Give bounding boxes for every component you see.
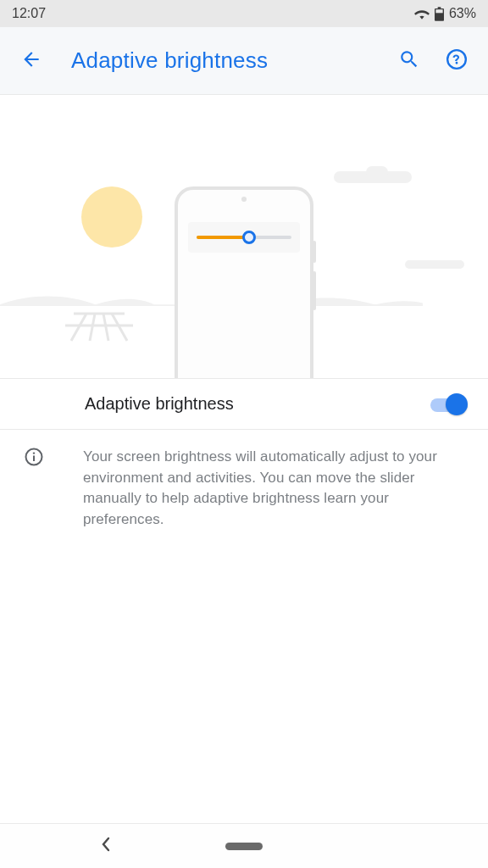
navigation-bar bbox=[0, 824, 488, 868]
svg-point-11 bbox=[33, 452, 35, 453]
sun-icon bbox=[81, 186, 142, 248]
cloud-icon bbox=[405, 260, 464, 269]
status-time: 12:07 bbox=[12, 6, 46, 21]
app-bar: Adaptive brightness bbox=[0, 27, 488, 95]
info-row: Your screen brightness will automaticall… bbox=[0, 430, 488, 531]
status-battery: 63% bbox=[449, 6, 476, 21]
help-button[interactable] bbox=[441, 43, 473, 79]
status-bar: 12:07 63% bbox=[0, 0, 488, 27]
svg-line-6 bbox=[112, 314, 127, 341]
nav-home-pill[interactable] bbox=[225, 843, 263, 850]
cloud-icon bbox=[334, 171, 412, 183]
svg-rect-0 bbox=[435, 13, 442, 19]
svg-line-8 bbox=[103, 314, 108, 341]
toggle-label: Adaptive brightness bbox=[85, 394, 234, 414]
picnic-table-icon bbox=[61, 307, 137, 353]
brightness-slider-illustration bbox=[188, 222, 300, 253]
wifi-icon bbox=[414, 8, 430, 19]
svg-rect-10 bbox=[33, 456, 35, 462]
hero-illustration bbox=[0, 95, 488, 379]
info-icon bbox=[24, 447, 44, 531]
svg-line-7 bbox=[90, 314, 95, 341]
svg-rect-1 bbox=[435, 9, 442, 13]
back-button[interactable] bbox=[15, 43, 47, 79]
page-title: Adaptive brightness bbox=[71, 47, 378, 74]
nav-back-button[interactable] bbox=[100, 836, 112, 856]
svg-line-5 bbox=[71, 314, 86, 341]
search-button[interactable] bbox=[393, 43, 425, 79]
adaptive-brightness-toggle-row[interactable]: Adaptive brightness bbox=[0, 379, 488, 430]
adaptive-brightness-switch[interactable] bbox=[430, 392, 468, 416]
phone-illustration bbox=[175, 186, 313, 379]
battery-icon bbox=[435, 7, 444, 21]
info-text: Your screen brightness will automaticall… bbox=[83, 447, 468, 531]
